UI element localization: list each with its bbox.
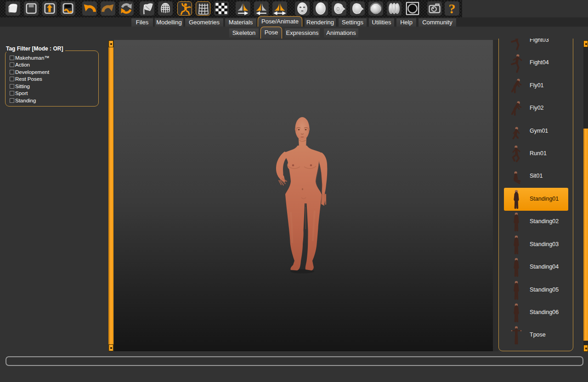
svg-text:?: ? — [448, 2, 455, 15]
